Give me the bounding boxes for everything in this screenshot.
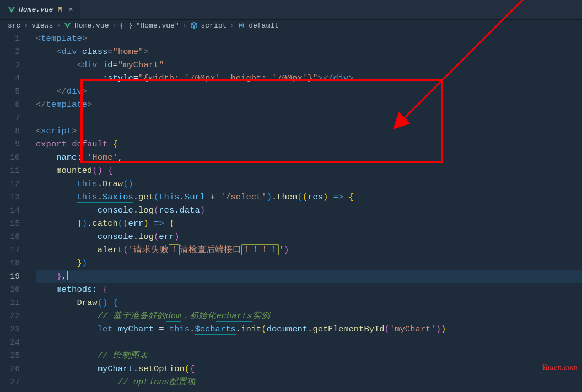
chevron-right-icon: › — [230, 21, 234, 30]
vue-icon — [64, 22, 71, 29]
chevron-right-icon: › — [24, 21, 28, 30]
breadcrumb-part[interactable]: views — [31, 21, 53, 30]
breadcrumb-part[interactable]: "Home.vue" — [136, 21, 179, 30]
close-icon[interactable]: × — [68, 6, 73, 14]
tab-title: Home.vue — [19, 6, 53, 14]
breadcrumb[interactable]: src › views › Home.vue › { } "Home.vue" … — [0, 20, 582, 32]
cube-icon — [190, 21, 198, 29]
watermark: Yuucn.com — [542, 363, 578, 372]
chevron-right-icon: › — [112, 21, 116, 30]
tab-home-vue[interactable]: Home.vue M × — [0, 0, 80, 19]
breadcrumb-part[interactable]: script — [201, 21, 227, 30]
breadcrumb-part[interactable]: Home.vue — [74, 21, 109, 30]
chevron-right-icon: › — [182, 21, 187, 30]
tab-bar: Home.vue M × — [0, 0, 582, 20]
braces-icon: { } — [120, 21, 132, 30]
breadcrumb-part[interactable]: default — [249, 21, 279, 30]
variable-icon — [238, 21, 245, 29]
chevron-right-icon: › — [56, 21, 61, 30]
vue-icon — [8, 6, 15, 14]
tab-modified-indicator: M — [57, 6, 62, 14]
breadcrumb-part[interactable]: src — [8, 21, 20, 30]
code-editor[interactable]: 1<<template>template> 2 <div class="home… — [0, 32, 582, 389]
